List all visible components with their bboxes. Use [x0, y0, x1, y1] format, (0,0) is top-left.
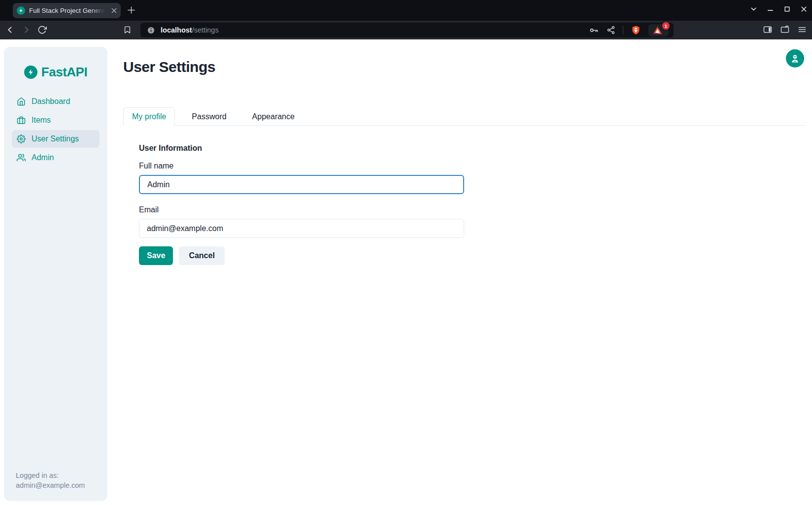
back-icon[interactable]	[5, 25, 15, 35]
logged-in-email: admin@example.com	[16, 480, 85, 490]
url-path: /settings	[192, 26, 219, 34]
reload-icon[interactable]	[37, 25, 47, 34]
bookmark-icon[interactable]	[123, 26, 132, 34]
cancel-button[interactable]: Cancel	[179, 246, 224, 265]
settings-tabs: My profile Password Appearance	[123, 107, 806, 126]
tab-title: Full Stack Project Genera	[29, 7, 107, 14]
side-panel-icon[interactable]	[763, 25, 773, 34]
sidebar-nav: Dashboard Items User Settings Admin	[4, 93, 107, 167]
brave-rewards-button[interactable]: 1	[648, 24, 669, 36]
email-input[interactable]	[139, 219, 464, 238]
main-content: User Settings My profile Password Appear…	[123, 39, 806, 265]
form-buttons: Save Cancel	[139, 246, 806, 265]
url-text: localhost/settings	[161, 26, 219, 34]
app-page: FastAPI Dashboard Items User Settings Ad…	[0, 39, 812, 505]
browser-toolbar: localhost/settings 1	[0, 21, 812, 39]
sidebar-item-dashboard[interactable]: Dashboard	[12, 93, 100, 110]
gear-icon	[17, 135, 26, 143]
share-icon[interactable]	[607, 26, 615, 34]
sidebar-item-user-settings[interactable]: User Settings	[12, 130, 100, 148]
fastapi-favicon-icon	[17, 6, 25, 15]
sidebar-item-items[interactable]: Items	[12, 111, 100, 129]
full-name-input[interactable]	[139, 175, 464, 194]
logged-in-footer: Logged in as: admin@example.com	[16, 471, 85, 490]
window-controls	[749, 5, 808, 13]
briefcase-icon	[17, 116, 26, 125]
page-title: User Settings	[123, 39, 806, 76]
save-button[interactable]: Save	[139, 246, 173, 265]
tab-search-chevron-icon[interactable]	[749, 5, 758, 13]
logged-in-label: Logged in as:	[16, 471, 85, 480]
window-maximize-icon[interactable]	[783, 5, 791, 13]
fastapi-logo[interactable]: FastAPI	[4, 47, 107, 80]
browser-tab[interactable]: Full Stack Project Genera	[13, 3, 121, 18]
fastapi-bolt-icon	[24, 66, 37, 79]
full-name-label: Full name	[139, 161, 806, 171]
forward-icon[interactable]	[21, 25, 32, 35]
browser-tab-strip: Full Stack Project Genera	[0, 0, 812, 21]
users-icon	[17, 153, 26, 162]
new-tab-icon[interactable]	[127, 6, 135, 14]
tab-appearance[interactable]: Appearance	[243, 107, 304, 126]
sidebar-item-admin[interactable]: Admin	[12, 149, 100, 167]
logo-text: FastAPI	[41, 65, 87, 80]
wallet-icon[interactable]	[780, 25, 790, 34]
url-host: localhost	[161, 26, 192, 34]
tab-password[interactable]: Password	[183, 107, 235, 126]
tab-close-icon[interactable]	[111, 8, 117, 13]
email-label: Email	[139, 205, 806, 215]
sidebar-item-label: User Settings	[32, 135, 79, 143]
window-minimize-icon[interactable]	[766, 5, 775, 13]
sidebar-item-label: Dashboard	[32, 97, 70, 106]
site-info-icon[interactable]	[147, 27, 155, 34]
home-icon	[17, 97, 26, 106]
brave-shield-icon[interactable]	[631, 25, 641, 35]
sidebar: FastAPI Dashboard Items User Settings Ad…	[4, 47, 107, 501]
section-title: User Information	[139, 143, 806, 153]
address-bar[interactable]: localhost/settings 1	[140, 23, 674, 37]
sidebar-item-label: Items	[32, 116, 51, 125]
user-information-form: User Information Full name Email Save Ca…	[139, 143, 806, 265]
browser-chrome: Full Stack Project Genera	[0, 0, 812, 39]
rewards-badge: 1	[662, 22, 670, 30]
sidebar-item-label: Admin	[32, 153, 54, 162]
toolbar-separator	[623, 26, 623, 34]
password-key-icon[interactable]	[589, 25, 599, 35]
tab-my-profile[interactable]: My profile	[123, 107, 175, 126]
menu-hamburger-icon[interactable]	[797, 25, 807, 34]
window-close-icon[interactable]	[800, 5, 808, 13]
